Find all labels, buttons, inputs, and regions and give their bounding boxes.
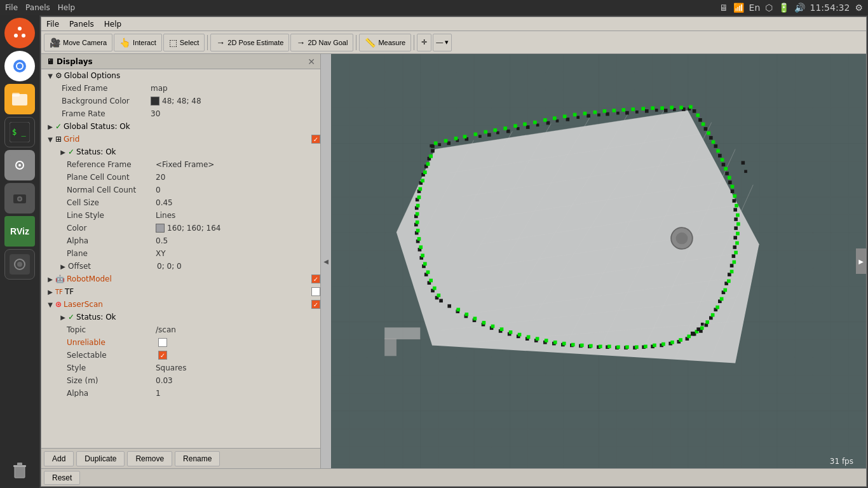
move-camera-button[interactable]: 🎥 Move Camera [44,34,112,51]
menu-help[interactable]: Help [104,20,121,29]
topic-row[interactable]: Topic /scan [41,323,320,336]
color-row[interactable]: Color 160; 160; 164 [41,222,320,234]
tree-container[interactable]: ▼ ⚙ Global Options Fixed Frame map Backg… [41,69,320,397]
grid-canvas [331,54,866,468]
laser-scan-checkbox[interactable] [311,300,320,309]
svg-rect-242 [417,237,421,241]
laser-alpha-row[interactable]: Alpha 1 [41,387,320,397]
svg-point-2 [22,34,25,37]
svg-rect-140 [728,176,731,180]
svg-rect-10 [12,93,20,97]
menu-help[interactable]: Help [58,3,75,12]
laser-alpha-value: 1 [156,389,163,397]
global-options-row[interactable]: ▼ ⚙ Global Options [41,69,320,82]
normal-cell-count-value: 0 [156,186,163,194]
svg-rect-203 [562,342,566,346]
plane-cell-count-row[interactable]: Plane Cell Count 20 [41,171,320,184]
plane-row[interactable]: Plane XY [41,247,320,260]
svg-rect-90 [533,121,537,125]
dock-rviz[interactable]: RViz [4,216,35,247]
unreliable-row[interactable]: Unreliable [41,336,320,349]
menu-file[interactable]: File [5,3,18,12]
svg-rect-204 [553,341,557,344]
main-content: $ _ RViz File Panels Help 🎥 Move Camera [0,15,868,488]
right-panel-collapse[interactable]: ▶ [856,248,866,274]
global-status-row[interactable]: ▶ ✓ Global Status: Ok [41,120,320,133]
line-style-value: Lines [156,211,178,220]
interact-button[interactable]: 👆 Interact [114,34,162,51]
svg-rect-257 [430,144,433,147]
menu-panels[interactable]: Panels [25,3,50,12]
more-button[interactable]: — ▾ [433,34,452,51]
crosshair-button[interactable]: ✛ [417,34,431,51]
dock-ubuntu[interactable] [4,18,35,48]
offset-label: Offset [68,262,157,271]
unreliable-checkbox[interactable] [158,338,167,347]
rviz-body: 🖥 Displays ✕ ▼ ⚙ Global Options [41,54,866,468]
dock-camera-settings[interactable] [4,183,35,214]
svg-rect-58 [487,133,491,137]
panel-header: 🖥 Displays ✕ [41,54,320,69]
laser-scan-row[interactable]: ▼ ⊛ LaserScan [41,298,320,311]
grid-status-row[interactable]: ▶ ✓ Status: Ok [41,146,320,158]
settings-icon[interactable]: ⚙ [855,3,863,13]
measure-button[interactable]: 📏 Measure [359,34,411,51]
reset-button[interactable]: Reset [44,471,80,485]
pose-estimate-button[interactable]: → 2D Pose Estimate [210,34,289,51]
nav-goal-button[interactable]: → 2D Nav Goal [290,34,353,51]
svg-rect-87 [503,126,507,130]
rename-button[interactable]: Rename [175,451,220,466]
dock-files[interactable] [4,84,35,114]
ref-frame-value: <Fixed Frame> [156,160,217,169]
svg-rect-75 [655,109,658,112]
remove-button[interactable]: Remove [127,451,172,466]
alpha-row[interactable]: Alpha 0.5 [41,234,320,247]
svg-rect-238 [426,271,430,274]
laser-status-row[interactable]: ▶ ✓ Status: Ok [41,311,320,323]
fixed-frame-row[interactable]: Fixed Frame map [41,82,320,95]
3d-view[interactable]: ▶ 31 fps [331,54,866,468]
menu-panels[interactable]: Panels [69,20,94,29]
svg-rect-189 [687,335,691,339]
grid-row[interactable]: ▼ ⊞ Grid [41,133,320,146]
selectable-row[interactable]: Selectable [41,349,320,362]
dock-trash[interactable] [4,455,35,485]
svg-rect-255 [384,327,420,339]
grid-checkbox[interactable] [311,135,320,144]
style-row[interactable]: Style Squares [41,362,320,374]
svg-point-254 [676,233,688,245]
dock-photo[interactable] [4,249,35,280]
panel-close-button[interactable]: ✕ [308,57,315,67]
line-style-row[interactable]: Line Style Lines [41,209,320,222]
volume-icon: 🔊 [794,3,805,13]
svg-point-1 [18,27,22,30]
plane-cell-count-value: 20 [156,173,168,182]
robot-model-checkbox[interactable] [311,274,320,283]
robot-model-row[interactable]: ▶ 🤖 RobotModel [41,273,320,285]
laser-scan-arrow: ▼ [46,301,54,308]
size-row[interactable]: Size (m) 0.03 [41,374,320,387]
select-button[interactable]: ⬚ Select [163,34,205,51]
frame-rate-row[interactable]: Frame Rate 30 [41,107,320,120]
normal-cell-count-row[interactable]: Normal Cell Count 0 [41,184,320,196]
offset-row[interactable]: ▶ Offset 0; 0; 0 [41,260,320,273]
svg-rect-244 [416,220,419,224]
bg-color-row[interactable]: Background Color 48; 48; 48 [41,95,320,107]
duplicate-button[interactable]: Duplicate [76,451,125,466]
dock-terminal[interactable]: $ _ [4,117,35,147]
ref-frame-row[interactable]: Reference Frame <Fixed Frame> [41,158,320,171]
tf-checkbox[interactable] [311,287,320,296]
tf-row[interactable]: ▶ TF TF [41,285,320,298]
menu-file[interactable]: File [46,20,59,29]
panel-collapse-arrow[interactable]: ◀ [321,54,331,468]
svg-rect-152 [723,288,727,292]
svg-rect-105 [679,105,683,109]
selectable-checkbox[interactable] [158,351,167,360]
dock-chrome[interactable] [4,51,35,81]
svg-rect-196 [625,345,629,349]
monitor-icon: 🖥 [46,57,54,66]
plane-value: XY [156,249,168,258]
add-button[interactable]: Add [44,451,74,466]
app-dock: $ _ RViz [0,15,39,488]
cell-size-row[interactable]: Cell Size 0.45 [41,196,320,209]
